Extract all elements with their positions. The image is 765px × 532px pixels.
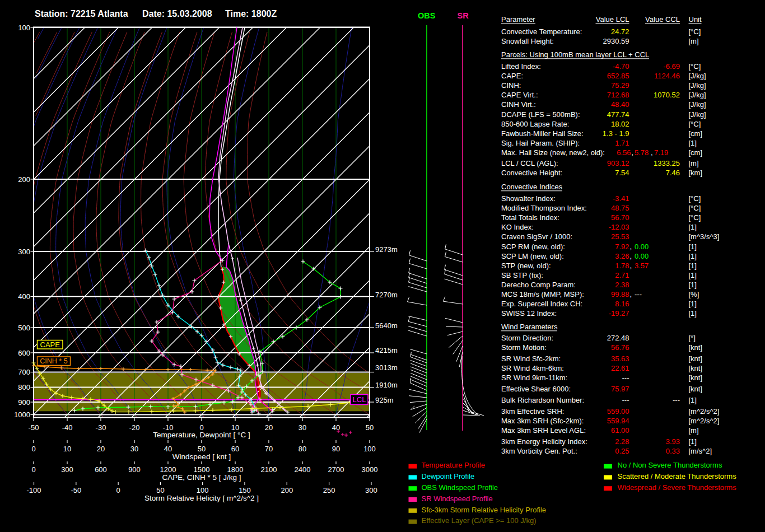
- svg-text:-50: -50: [71, 486, 81, 494]
- svg-text:[1]: [1]: [689, 242, 697, 251]
- svg-text:SCP LM (new, old):: SCP LM (new, old):: [501, 252, 564, 260]
- svg-text:1200: 1200: [160, 465, 176, 474]
- svg-text:-19.27: -19.27: [609, 309, 629, 318]
- svg-text:559.94: 559.94: [607, 417, 629, 425]
- svg-text:[°C]: [°C]: [689, 120, 701, 128]
- svg-text:7270m: 7270m: [375, 291, 398, 299]
- svg-text:[m]: [m]: [689, 159, 699, 167]
- svg-text:Snowfall Height:: Snowfall Height:: [501, 37, 554, 45]
- svg-text:No / Non Severe Thunderstorms: No / Non Severe Thunderstorms: [618, 461, 722, 469]
- svg-text:300: 300: [365, 486, 377, 494]
- svg-text:[knt]: [knt]: [689, 385, 703, 393]
- svg-text:30: 30: [298, 423, 306, 432]
- svg-text:300: 300: [61, 465, 73, 474]
- svg-text:90: 90: [332, 445, 340, 453]
- svg-text:2930.59: 2930.59: [603, 37, 629, 45]
- svg-text:SB STP (fix):: SB STP (fix):: [501, 271, 543, 279]
- svg-text:[1]: [1]: [689, 300, 697, 308]
- svg-text:70: 70: [265, 445, 273, 453]
- svg-text:850-600 Lapse Rate:: 850-600 Lapse Rate:: [501, 120, 569, 128]
- svg-text:[1]: [1]: [689, 271, 697, 279]
- svg-text:7.19: 7.19: [654, 148, 668, 157]
- svg-text:400: 400: [18, 292, 30, 301]
- svg-text:20: 20: [97, 445, 105, 453]
- svg-text:80: 80: [298, 445, 306, 453]
- svg-text:272.48: 272.48: [607, 334, 629, 342]
- svg-text:[J/kg]: [J/kg]: [689, 81, 706, 90]
- svg-text:1910m: 1910m: [375, 381, 398, 389]
- svg-text:Storm Motion:: Storm Motion:: [501, 343, 547, 352]
- svg-text:[cm]: [cm]: [689, 129, 703, 138]
- svg-text:700: 700: [18, 368, 30, 376]
- svg-text:1124.46: 1124.46: [654, 72, 680, 80]
- svg-text:7.54: 7.54: [615, 169, 629, 177]
- svg-text:Parcels: Using 100mB mean laye: Parcels: Using 100mB mean layer LCL + CC…: [501, 50, 649, 59]
- svg-text:,: ,: [630, 242, 632, 251]
- svg-text:8.16: 8.16: [615, 300, 629, 308]
- svg-text:CAPE Virt.:: CAPE Virt.:: [501, 91, 538, 99]
- svg-text:Widespread / Severe Thundersto: Widespread / Severe Thunderstorms: [618, 483, 737, 492]
- svg-text:Date: 15.03.2008: Date: 15.03.2008: [142, 9, 212, 18]
- svg-text:75.29: 75.29: [611, 81, 629, 90]
- svg-text:50: 50: [198, 445, 206, 453]
- svg-text:925m: 925m: [375, 396, 394, 404]
- svg-text:OBS Windspeed Profile: OBS Windspeed Profile: [422, 483, 498, 492]
- svg-text:2.38: 2.38: [615, 281, 629, 289]
- svg-text:652.85: 652.85: [607, 72, 629, 80]
- svg-text:75.97: 75.97: [611, 385, 629, 393]
- svg-text:CINH Virt.:: CINH Virt.:: [501, 100, 536, 109]
- svg-text:,: ,: [630, 252, 632, 260]
- svg-text:[%]: [%]: [689, 290, 699, 298]
- svg-text:0.00: 0.00: [635, 252, 649, 260]
- svg-text:CAPE, CINH * 5 [ J/kg ]: CAPE, CINH * 5 [ J/kg ]: [162, 473, 241, 482]
- svg-text:-3.41: -3.41: [613, 194, 629, 203]
- svg-text:SR: SR: [458, 11, 469, 20]
- svg-text:[°]: [°]: [689, 334, 696, 342]
- svg-text:250: 250: [323, 486, 335, 494]
- svg-text:,: ,: [632, 148, 634, 157]
- svg-text:STP (new, old):: STP (new, old):: [501, 262, 551, 270]
- svg-text:100: 100: [18, 24, 30, 32]
- svg-text:OBS: OBS: [418, 11, 436, 20]
- svg-text:559.00: 559.00: [607, 407, 629, 416]
- svg-text:Temperature, Dewpoint [ °C ]: Temperature, Dewpoint [ °C ]: [153, 431, 250, 439]
- svg-text:1.71: 1.71: [615, 139, 629, 147]
- svg-text:600: 600: [95, 465, 107, 474]
- svg-text:[1]: [1]: [689, 139, 697, 147]
- svg-text:6.56: 6.56: [617, 148, 631, 157]
- svg-text:---: ---: [673, 396, 680, 404]
- svg-text:-50: -50: [29, 423, 39, 432]
- svg-text:Bulk Richardson Number:: Bulk Richardson Number:: [501, 396, 584, 404]
- svg-text:300: 300: [18, 248, 30, 256]
- svg-text:25.53: 25.53: [611, 232, 629, 241]
- svg-text:3km Effective SRH:: 3km Effective SRH:: [501, 407, 564, 416]
- svg-text:[°C]: [°C]: [689, 204, 701, 212]
- svg-text:[1]: [1]: [689, 262, 697, 270]
- svg-text:[J/kg]: [J/kg]: [689, 72, 706, 80]
- svg-text:500: 500: [18, 324, 30, 332]
- svg-text:[1]: [1]: [689, 223, 697, 231]
- svg-text:[knt]: [knt]: [689, 343, 703, 352]
- svg-text:40: 40: [164, 445, 172, 453]
- svg-text:800: 800: [18, 383, 30, 391]
- svg-text:Derecho Comp Param:: Derecho Comp Param:: [501, 281, 576, 289]
- svg-text:Convective Indices: Convective Indices: [501, 183, 563, 191]
- svg-text:DCAPE (LFS = 500mB):: DCAPE (LFS = 500mB):: [501, 110, 580, 119]
- svg-text:Storm Direction:: Storm Direction:: [501, 334, 553, 342]
- svg-text:0.33: 0.33: [666, 447, 680, 455]
- svg-text:---: ---: [622, 396, 629, 404]
- svg-text:100: 100: [363, 445, 376, 453]
- svg-text:30: 30: [130, 445, 138, 453]
- svg-text:2100: 2100: [261, 465, 277, 474]
- svg-text:3km Vorticity Gen. Pot.:: 3km Vorticity Gen. Pot.:: [501, 447, 577, 455]
- svg-text:Station: 72215 Atlanta: Station: 72215 Atlanta: [35, 9, 128, 18]
- svg-text:4215m: 4215m: [375, 346, 398, 354]
- svg-text:56.70: 56.70: [611, 213, 629, 222]
- svg-text:Unit: Unit: [689, 15, 702, 24]
- svg-text:-20: -20: [129, 423, 140, 432]
- svg-text:Sfc-3km Storm Relative Helicit: Sfc-3km Storm Relative Helicity Profile: [422, 506, 547, 514]
- svg-text:1070.52: 1070.52: [654, 91, 680, 99]
- svg-text:18.02: 18.02: [611, 120, 629, 128]
- svg-text:,: ,: [630, 262, 632, 270]
- svg-text:100: 100: [197, 486, 209, 494]
